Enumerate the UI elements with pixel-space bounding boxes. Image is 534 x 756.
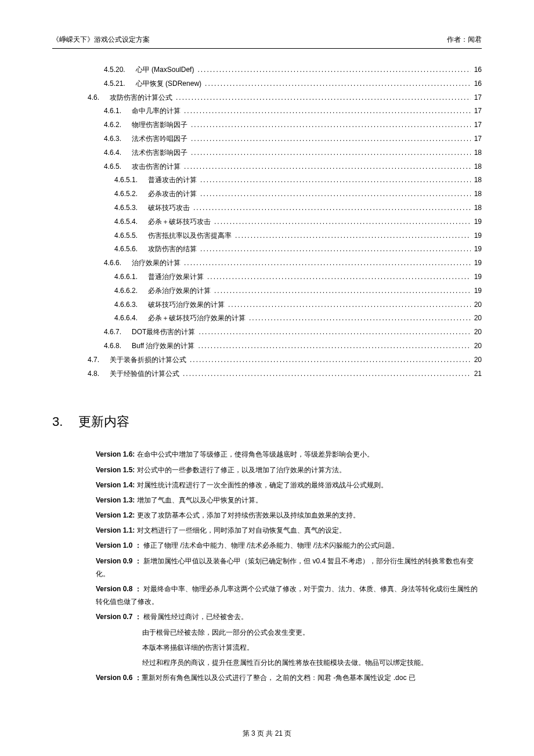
toc-number: 4.6.6.2. <box>114 286 138 296</box>
toc-title: 治疗效果的计算 <box>132 258 181 268</box>
toc-entry: 4.6.4.法术伤害影响因子18 <box>78 148 482 158</box>
version-label: Version 0.8 ： <box>96 585 143 593</box>
toc-page: 18 <box>474 148 482 158</box>
toc-page: 20 <box>474 355 482 365</box>
version-text: 对属性统计流程进行了一次全面性的修改，确定了游戏的最终游戏战斗公式规则。 <box>137 481 388 489</box>
toc-page: 19 <box>474 258 482 268</box>
toc-entry: 4.6.5.4.必杀＋破坏技巧攻击19 <box>78 217 482 227</box>
section-title: 更新内容 <box>78 413 129 431</box>
toc-title: Buff 治疗效果的计算 <box>132 341 194 351</box>
toc-number: 4.6.3. <box>104 134 121 144</box>
toc-title: 普通治疗效果计算 <box>148 272 204 282</box>
toc-number: 4.6.5.2. <box>114 189 138 199</box>
toc-entry: 4.6.6.1.普通治疗效果计算19 <box>78 272 482 282</box>
toc-entry: 4.6.6.3.破坏技巧治疗效果的计算20 <box>78 300 482 310</box>
toc-leader <box>184 106 471 116</box>
toc-title: 命中几率的计算 <box>132 106 181 116</box>
toc-number: 4.6.4. <box>104 148 121 158</box>
toc-leader <box>235 231 471 241</box>
toc-page: 17 <box>474 93 482 103</box>
toc-entry: 4.6.5.5.伤害抵抗率以及伤害提高率19 <box>78 231 482 241</box>
toc-number: 4.6.5.3. <box>114 203 138 213</box>
toc-page: 17 <box>474 120 482 130</box>
toc-number: 4.6.5. <box>104 162 121 172</box>
toc-entry: 4.5.20.心甲 (MaxSoulDef)16 <box>78 65 482 75</box>
toc-leader <box>190 355 471 365</box>
toc-number: 4.5.20. <box>104 65 125 75</box>
toc-number: 4.7. <box>88 355 99 365</box>
version-entry: Version 1.1: 对文档进行了一些细化，同时添加了对自动恢复气血、真气的… <box>96 524 482 537</box>
toc-leader <box>191 120 471 130</box>
toc-page: 19 <box>474 244 482 254</box>
version-label: Version 0.9 ： <box>96 557 143 565</box>
version-list: Version 1.6: 在命中公式中增加了等级修正，使得角色等级越底时，等级差… <box>52 448 482 684</box>
toc-leader <box>249 313 471 323</box>
toc-number: 4.6.5.4. <box>114 217 138 227</box>
toc-title: 伤害抵抗率以及伤害提高率 <box>148 231 232 241</box>
toc-title: DOT最终伤害的计算 <box>132 327 195 337</box>
toc-number: 4.6.5.1. <box>114 175 138 185</box>
toc-title: 法术伤害吟唱因子 <box>132 134 187 144</box>
version-label: Version 1.0 ： <box>96 541 143 549</box>
toc-title: 心甲恢复 (SDRenew) <box>136 79 201 89</box>
toc-page: 20 <box>474 300 482 310</box>
section-heading: 3. 更新内容 <box>52 413 482 431</box>
toc-title: 物理伤害影响因子 <box>132 120 187 130</box>
toc-entry: 4.6.6.4.必杀＋破坏技巧治疗效果的计算20 <box>78 313 482 323</box>
version-text: 更改了攻防基本公式，添加了对持续伤害效果以及持续加血效果的支持。 <box>137 511 360 519</box>
toc-leader <box>207 272 471 282</box>
toc-page: 19 <box>474 272 482 282</box>
toc-entry: 4.5.21.心甲恢复 (SDRenew)16 <box>78 79 482 89</box>
toc-entry: 4.8.关于经验值的计算公式21 <box>78 369 482 379</box>
toc-leader <box>199 327 470 337</box>
version-entry: Version 1.2: 更改了攻防基本公式，添加了对持续伤害效果以及持续加血效… <box>96 509 482 522</box>
version-continuation: 本版本将描叙详细的伤害计算流程。 <box>96 641 482 654</box>
toc-entry: 4.6.8.Buff 治疗效果的计算20 <box>78 341 482 351</box>
toc-page: 17 <box>474 134 482 144</box>
version-entry: Version 0.7 ： 根骨属性经过商讨，已经被舍去。 <box>96 610 482 623</box>
toc-page: 19 <box>474 286 482 296</box>
toc-entry: 4.6.6.2.必杀治疗效果的计算19 <box>78 286 482 296</box>
version-label: Version 1.3: <box>96 496 137 504</box>
version-label: Version 0.7 ： <box>96 613 143 621</box>
toc-title: 法术伤害影响因子 <box>132 148 187 158</box>
toc-entry: 4.7.关于装备折损的计算公式20 <box>78 355 482 365</box>
toc-number: 4.6.5.6. <box>114 244 138 254</box>
version-text: 对最终命中率、物理必杀几率这两个公式做了修改，对于蛮力、法力、体质、修真、身法等… <box>96 585 478 606</box>
toc-page: 19 <box>474 217 482 227</box>
toc-number: 4.5.21. <box>104 79 125 89</box>
toc-leader <box>183 369 471 379</box>
toc-leader <box>200 189 471 199</box>
toc-entry: 4.6.5.2.必杀攻击的计算18 <box>78 189 482 199</box>
toc-leader <box>191 134 471 144</box>
version-text: 在命中公式中增加了等级修正，使得角色等级越底时，等级差异影响会更小。 <box>137 450 374 458</box>
toc-page: 20 <box>474 327 482 337</box>
toc-page: 20 <box>474 313 482 323</box>
version-entry: Version 1.0 ： 修正了物理 /法术命中能力、物理 /法术必杀能力、物… <box>96 539 482 552</box>
toc-number: 4.6.2. <box>104 120 121 130</box>
version-entry: Version 1.5: 对公式中的一些参数进行了修正，以及增加了治疗效果的计算… <box>96 464 482 476</box>
toc-page: 18 <box>474 189 482 199</box>
toc-title: 必杀＋破坏技巧攻击 <box>148 217 211 227</box>
toc-page: 18 <box>474 175 482 185</box>
toc-number: 4.6.6.1. <box>114 272 138 282</box>
toc-leader <box>228 300 471 310</box>
toc-entry: 4.6.7.DOT最终伤害的计算20 <box>78 327 482 337</box>
toc-number: 4.8. <box>88 369 99 379</box>
toc-leader <box>205 79 471 89</box>
toc-leader <box>214 286 471 296</box>
version-text: 对公式中的一些参数进行了修正，以及增加了治疗效果的计算方法。 <box>137 466 346 474</box>
version-label: Version 1.1: <box>96 526 137 534</box>
toc-page: 20 <box>474 341 482 351</box>
toc-page: 16 <box>474 79 482 89</box>
version-label: Version 1.2: <box>96 511 137 519</box>
toc-number: 4.6. <box>88 93 99 103</box>
version-label: Version 1.5: <box>96 466 137 474</box>
version-label: Version 0.6 ： <box>96 674 142 682</box>
toc-page: 18 <box>474 203 482 213</box>
toc-title: 攻击伤害的计算 <box>132 162 181 172</box>
version-continuation: 由于根骨已经被去除，因此一部分的公式会发生变更。 <box>96 626 482 639</box>
section-number: 3. <box>52 414 78 429</box>
toc-entry: 4.6.5.3.破坏技巧攻击18 <box>78 203 482 213</box>
toc-entry: 4.6.2.物理伤害影响因子17 <box>78 120 482 130</box>
